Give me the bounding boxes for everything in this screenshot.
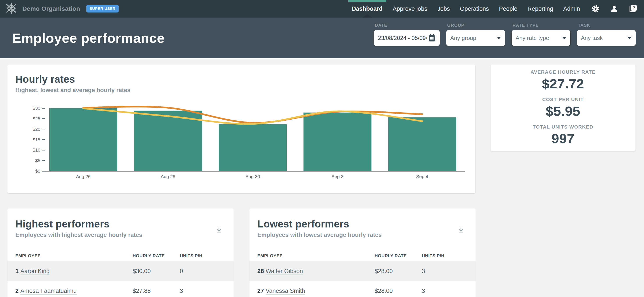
units-cell: 3: [180, 287, 226, 294]
stat-label: AVERAGE HOURLY RATE: [530, 69, 596, 75]
units-cell: 3: [422, 287, 468, 294]
active-tab-indicator: [348, 0, 386, 2]
page-header: Employee performance DATE 23/08/2024 - 0…: [0, 18, 644, 58]
stat-value: $5.95: [542, 103, 584, 119]
y-axis-tick: $15: [33, 137, 45, 142]
chart-canvas: [45, 102, 465, 175]
rate-type-select[interactable]: Any rate type: [512, 30, 570, 46]
nav-links: Dashboard Approve jobs Jobs Operations P…: [352, 0, 580, 18]
bar-aug-28: [134, 111, 202, 171]
table-header-row: EMPLOYEE HOURLY RATE UNITS P/H: [250, 250, 476, 261]
y-axis-tick: $20: [33, 127, 45, 132]
hourly-rate-cell: $27.88: [132, 287, 180, 294]
filter-task: TASK Any task: [577, 23, 636, 46]
lowest-performers-table: EMPLOYEE HOURLY RATE UNITS P/H 28Walter …: [250, 250, 476, 297]
svg-text:?: ?: [632, 6, 635, 10]
employee-link[interactable]: Amosa Faamatuaimu: [20, 287, 77, 295]
chart-subtitle: Highest, lowest and average hourly rates: [15, 87, 465, 94]
download-icon[interactable]: [216, 227, 222, 235]
nav-item-operations[interactable]: Operations: [460, 0, 489, 18]
nav-icons: ?: [592, 5, 638, 13]
units-cell: 3: [422, 268, 468, 275]
chart-plot: Aug 26Aug 28Aug 30Sep 3Sep 4: [45, 102, 465, 184]
brand: Demo Organisation SUPER USER: [5, 2, 119, 16]
chart-y-axis: $0$5$10$15$20$25$30: [15, 102, 45, 184]
employee-rank: 28: [257, 268, 264, 274]
y-axis-tick: $30: [33, 106, 45, 111]
filter-date-label: DATE: [375, 23, 440, 28]
highest-performers-table: EMPLOYEE HOURLY RATE UNITS P/H 1Aaron Ki…: [8, 250, 234, 297]
settings-gear-icon[interactable]: [592, 5, 600, 13]
employee-link[interactable]: Vanessa Smith: [266, 287, 305, 295]
filter-task-label: TASK: [578, 23, 636, 28]
stat-total-units-worked: TOTAL UNITS WORKED 997: [533, 124, 593, 146]
table-title: Highest performers: [15, 218, 226, 230]
stat-cost-per-unit: COST PER UNIT $5.95: [542, 97, 584, 119]
chart-title: Hourly rates: [15, 73, 465, 85]
employee-link[interactable]: Walter Gibson: [266, 268, 303, 275]
x-axis-label: Sep 4: [400, 174, 444, 179]
filters-bar: DATE 23/08/2024 - 05/09/2024: [374, 23, 636, 46]
app-logo-snowflake-icon: [5, 2, 18, 16]
units-cell: 0: [180, 268, 226, 275]
role-badge: SUPER USER: [86, 5, 119, 13]
chevron-down-icon: [497, 37, 501, 39]
table-row: 28Walter Gibson $28.00 3: [250, 261, 476, 281]
active-tab-caret: [362, 14, 372, 18]
employee-rank: 1: [15, 268, 19, 274]
calendar-icon[interactable]: [428, 34, 436, 42]
table-row: 27Vanessa Smith $28.00 3: [250, 281, 476, 297]
x-axis-label: Aug 28: [146, 174, 190, 179]
table-subtitle: Employees with highest average hourly ra…: [15, 232, 226, 238]
summary-stats-card: AVERAGE HOURLY RATE $27.72 COST PER UNIT…: [490, 65, 636, 151]
group-select[interactable]: Any group: [446, 30, 505, 46]
stat-label: TOTAL UNITS WORKED: [533, 124, 593, 130]
filter-group-label: GROUP: [447, 23, 505, 28]
nav-item-approve-jobs[interactable]: Approve jobs: [393, 0, 428, 18]
nav-item-admin[interactable]: Admin: [563, 0, 580, 18]
stat-average-hourly-rate: AVERAGE HOURLY RATE $27.72: [530, 69, 596, 92]
nav-item-reporting[interactable]: Reporting: [528, 0, 553, 18]
nav-item-people[interactable]: People: [499, 0, 517, 18]
highest-performers-card: Highest performers Employees with highes…: [8, 208, 234, 297]
page-title: Employee performance: [12, 30, 164, 46]
hourly-rates-card: Hourly rates Highest, lowest and average…: [8, 65, 475, 193]
download-icon[interactable]: [458, 227, 464, 235]
filter-date: DATE 23/08/2024 - 05/09/2024: [374, 23, 440, 46]
x-axis-label: Aug 30: [231, 174, 275, 179]
hourly-rate-cell: $28.00: [374, 287, 422, 294]
stat-label: COST PER UNIT: [542, 97, 584, 102]
bar-aug-26: [49, 108, 117, 171]
filter-group: GROUP Any group: [446, 23, 505, 46]
help-pages-icon[interactable]: ?: [629, 5, 638, 13]
stat-value: 997: [533, 131, 593, 146]
table-title: Lowest performers: [257, 218, 468, 230]
user-profile-icon[interactable]: [610, 5, 618, 13]
filter-rate-type: RATE TYPE Any rate type: [512, 23, 570, 46]
organisation-name: Demo Organisation: [22, 5, 80, 12]
stat-value: $27.72: [530, 76, 596, 92]
nav-item-dashboard[interactable]: Dashboard: [352, 0, 383, 18]
employee-rank: 27: [257, 287, 264, 294]
hourly-rates-chart: $0$5$10$15$20$25$30 Aug 26Aug 28Aug 30Se…: [15, 102, 465, 184]
hourly-rate-cell: $30.00: [132, 268, 180, 275]
lowest-performers-card: Lowest performers Employees with lowest …: [250, 208, 476, 297]
y-axis-tick: $5: [35, 158, 45, 163]
date-range-value: 23/08/2024 - 05/09/2024: [378, 35, 426, 42]
date-range-input[interactable]: 23/08/2024 - 05/09/2024: [374, 30, 440, 46]
group-select-value: Any group: [450, 35, 494, 42]
table-subtitle: Employees with lowest average hourly rat…: [257, 232, 468, 238]
y-axis-tick: $25: [33, 116, 45, 121]
hourly-rate-cell: $28.00: [374, 268, 422, 275]
rate-type-select-value: Any rate type: [516, 35, 560, 42]
employee-link[interactable]: Aaron King: [20, 268, 50, 275]
chevron-down-icon: [627, 37, 632, 39]
table-header-row: EMPLOYEE HOURLY RATE UNITS P/H: [8, 250, 234, 261]
task-select[interactable]: Any task: [577, 30, 636, 46]
nav-item-jobs[interactable]: Jobs: [437, 0, 450, 18]
y-axis-tick: $0: [35, 168, 45, 174]
table-row: 2Amosa Faamatuaimu $27.88 3: [8, 281, 234, 297]
table-row: 1Aaron King $30.00 0: [8, 261, 234, 281]
bar-sep-4: [388, 117, 456, 171]
chevron-down-icon: [562, 37, 566, 39]
